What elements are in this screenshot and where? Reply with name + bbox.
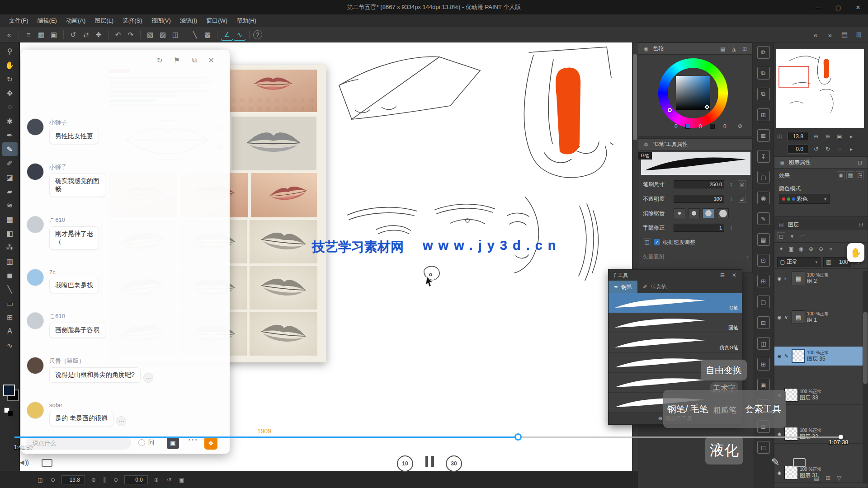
text-tool[interactable]: A [2, 324, 18, 338]
layer-row[interactable]: ◉ 100 %正常 图层 33 [774, 385, 868, 405]
statusbar-rotation[interactable]: 0.0 [124, 475, 148, 484]
tone-effect-icon[interactable]: ▦ [846, 171, 854, 179]
dock-panel-icon-7[interactable]: ◉ [757, 192, 770, 204]
dock-panel-icon-5[interactable]: ↧ [757, 150, 770, 163]
menu-layer[interactable]: 图层(L) [90, 15, 118, 27]
volume-icon[interactable]: ◄)) [18, 458, 28, 467]
layer-visibility-toggle[interactable]: ◉ [776, 432, 783, 436]
pen-tool[interactable]: ✒ [2, 128, 18, 142]
more-icon[interactable]: ▿ [827, 245, 835, 253]
layer-visibility-toggle[interactable]: ◉ [776, 315, 783, 320]
image-button[interactable]: ▣ [167, 437, 179, 449]
layer-visibility-toggle[interactable]: ◉ [776, 276, 783, 281]
timeline-playhead[interactable] [514, 433, 522, 441]
group-chevron-icon[interactable]: ∨ [784, 314, 790, 320]
rewind-10-button[interactable]: 10 [397, 455, 413, 472]
antialias-strong-button[interactable] [717, 208, 729, 218]
brush-item[interactable]: 仿真G笔 [609, 333, 742, 353]
canvas-window-icon[interactable]: ▣ [48, 29, 60, 41]
rotate-canvas-tool[interactable]: ↻ [2, 72, 18, 86]
antialias-weak-button[interactable] [688, 208, 700, 218]
reset-rotation-icon[interactable]: ◌ [835, 145, 844, 153]
zoom-tool[interactable]: ⚲ [2, 44, 18, 58]
fullscreen-icon[interactable]: ▣ [178, 476, 186, 484]
opacity-dynamics-icon[interactable]: ⊿ [738, 195, 746, 203]
select-area-icon[interactable]: ▧ [144, 29, 156, 41]
menu-help[interactable]: 帮助(H) [232, 15, 261, 27]
gradient-tool[interactable]: ▥ [2, 254, 18, 268]
panel-pin-icon[interactable]: ⊡ [856, 159, 864, 167]
dock-panel-icon-16[interactable]: ▣ [757, 379, 770, 391]
blend-tool[interactable]: ≋ [2, 198, 18, 212]
auto-select-tool[interactable]: ✱ [2, 114, 18, 128]
pan-view-icon[interactable]: ✥ [93, 29, 104, 41]
expander-icon[interactable]: ▸ [847, 145, 855, 153]
saturation-value-square[interactable] [676, 76, 710, 110]
avatar[interactable] [27, 402, 44, 419]
layer-visibility-toggle[interactable]: ◉ [776, 354, 783, 359]
comment-toggle-icon[interactable] [42, 459, 52, 467]
reset-view-icon[interactable]: ↺ [165, 476, 173, 484]
zoom-out-icon[interactable]: ⊖ [49, 476, 57, 484]
size-dynamics-icon[interactable]: ◎ [738, 180, 746, 188]
zoom-in-icon[interactable]: ⊕ [824, 132, 832, 141]
dock-panel-icon-2[interactable]: ⧉ [757, 88, 770, 100]
approx-color-tab-icon[interactable]: ◮ [730, 45, 738, 53]
color-mode-dropdown[interactable]: 彩色 ▾ [779, 194, 830, 204]
ask-only-checkbox[interactable] [138, 439, 145, 446]
brush-item[interactable]: G笔 [609, 293, 742, 313]
sub-color-chip[interactable] [685, 124, 690, 129]
tab-marker[interactable]: ✐马克笔 [637, 281, 672, 293]
statusbar-zoom[interactable]: 13.8 [61, 475, 85, 484]
dock-panel-icon-0[interactable]: ⧉ [757, 46, 770, 59]
fit-screen-icon[interactable]: ◫ [776, 132, 784, 141]
airbrush-tool[interactable]: ⁂ [2, 240, 18, 254]
blend-mode-dropdown[interactable]: ▢ 正常 ▾ [777, 257, 821, 267]
avatar[interactable] [27, 357, 44, 374]
layer-row[interactable]: ◉ ∨ ▤ 100 %正常 组 1 [774, 308, 868, 327]
redo-icon[interactable]: ↷ [125, 29, 137, 41]
menu-filter[interactable]: 滤镜(I) [175, 15, 202, 27]
brush-tool[interactable]: ✐ [2, 156, 18, 170]
menu-window[interactable]: 窗口(W) [202, 15, 232, 27]
speed-adjust-icon[interactable]: ◫ [643, 238, 651, 246]
navigator-thumbnail[interactable] [776, 49, 864, 128]
refresh-icon[interactable]: ↻ [157, 56, 163, 65]
layer-row[interactable]: ◉ › ▤ 100 %正常 组 2 [774, 269, 868, 288]
layers-scrollbar-thumb[interactable] [863, 312, 868, 384]
minimize-button[interactable]: — [808, 0, 828, 14]
main-menu-icon[interactable]: ≡ [23, 29, 34, 41]
pencil-tool[interactable]: ✎ [2, 142, 18, 156]
delete-layer-icon[interactable]: ▽ [837, 474, 841, 481]
frame-border-tool[interactable]: ▭ [2, 296, 18, 310]
message-menu-button[interactable]: ⋯ [143, 373, 153, 383]
dock-panel-icon-14[interactable]: ◫ [757, 337, 770, 350]
menu-animation[interactable]: 动画(A) [61, 15, 90, 27]
vector-curve-icon[interactable]: ∿ [234, 29, 245, 41]
dock-panel-icon-15[interactable]: ⊞ [757, 358, 770, 371]
stepper-icon[interactable]: ↕ [727, 180, 735, 188]
dock-panel-icon-3[interactable]: ⊞ [757, 108, 770, 121]
layer-visibility-toggle[interactable]: ◉ [776, 470, 783, 475]
avatar[interactable] [27, 216, 44, 233]
antialias-none-button[interactable] [674, 208, 685, 218]
hue-marker[interactable] [668, 108, 672, 112]
panel-menu-icon[interactable]: ⊞ [741, 45, 749, 53]
expand-chevron-icon[interactable]: › [747, 253, 749, 260]
straight-line-icon[interactable]: ╲ [189, 29, 201, 41]
avatar[interactable] [27, 312, 44, 329]
minimize-panel-icon[interactable]: ⊟ [718, 271, 726, 279]
panel-add-icon[interactable]: ⊞ [853, 29, 865, 41]
menu-view[interactable]: 视图(V) [147, 15, 175, 27]
chat-input[interactable] [26, 436, 131, 450]
dock-panel-icon-1[interactable]: ⧉ [757, 67, 770, 80]
antialias-middle-button[interactable] [703, 208, 714, 218]
close-icon[interactable]: ✕ [208, 56, 214, 65]
fit-icon[interactable]: ◫ [36, 476, 44, 484]
crop-canvas-icon[interactable]: ◫ [170, 29, 181, 41]
rotate-right-icon[interactable]: ↻ [824, 145, 832, 153]
deselect-icon[interactable]: ▨ [157, 29, 169, 41]
zoom-in-icon[interactable]: ⊕ [90, 476, 98, 484]
tab-pen[interactable]: ✒钢笔 [609, 281, 637, 293]
add-icon[interactable]: ⊕ [807, 245, 815, 253]
